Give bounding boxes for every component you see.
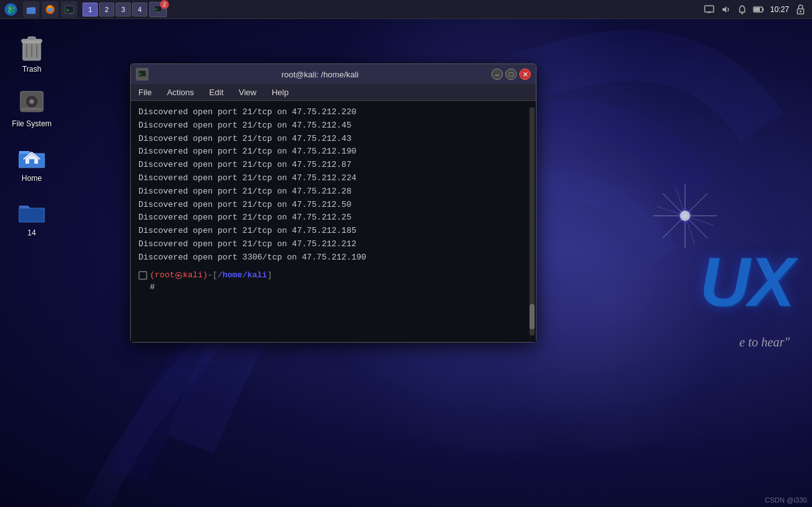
minimize-button[interactable]: – <box>491 69 503 80</box>
folder14-icon[interactable]: 14 <box>6 195 57 237</box>
filesystem-icon[interactable]: File System <box>6 86 57 128</box>
terminal-line: Discovered open port 21/tcp on 47.75.212… <box>138 172 528 185</box>
terminal-prompt: (root㉿kali)-[/home/kali] <box>138 270 528 281</box>
workspace-1[interactable]: 1 <box>83 3 98 16</box>
terminal-output: Discovered open port 21/tcp on 47.75.212… <box>138 106 528 265</box>
svg-point-36 <box>30 100 33 103</box>
volume-icon[interactable] <box>719 3 733 16</box>
svg-rect-41 <box>139 272 147 279</box>
desktop: UX e to hear" 🐉 <box>0 0 812 507</box>
workspace-buttons: 1 2 3 4 <box>82 3 148 16</box>
prompt-dash: - <box>208 270 213 280</box>
terminal-scrollbar-thumb[interactable] <box>529 304 535 329</box>
taskbar-terminal-icon[interactable]: >_ <box>61 1 77 18</box>
desktop-icons: Trash File System <box>6 32 57 237</box>
svg-point-21 <box>741 12 743 14</box>
taskbar-right: 10:27 <box>701 3 812 16</box>
prompt-hash: # <box>150 282 155 292</box>
folder14-label: 14 <box>27 228 36 237</box>
svg-point-8 <box>680 211 690 221</box>
terminal-line: Discovered open port 3306/tcp on 47.75.2… <box>138 251 528 265</box>
svg-point-26 <box>800 10 802 12</box>
lock-icon[interactable] <box>794 3 808 16</box>
prompt-host: kali) <box>183 270 208 280</box>
terminal-badge: 2 <box>160 0 169 9</box>
terminal-line: Discovered open port 21/tcp on 47.75.212… <box>138 159 528 172</box>
svg-text:>_: >_ <box>139 72 145 77</box>
svg-rect-29 <box>28 37 36 41</box>
battery-icon[interactable] <box>752 3 766 16</box>
svg-text:>_: >_ <box>155 7 161 12</box>
terminal-controls: – □ ✕ <box>491 69 531 80</box>
taskbar-terminal-button[interactable]: >_ 2 <box>149 2 167 17</box>
terminal-scrollbar[interactable] <box>529 107 535 336</box>
maximize-button[interactable]: □ <box>505 69 517 80</box>
terminal-line: Discovered open port 21/tcp on 47.75.212… <box>138 145 528 159</box>
menu-edit[interactable]: Edit <box>207 86 226 98</box>
terminal-line: Discovered open port 21/tcp on 47.75.212… <box>138 185 528 199</box>
screen-icon[interactable] <box>702 3 716 16</box>
kali-menu-icon[interactable]: 🐉 <box>2 1 20 18</box>
terminal-window: >_ root@kali: /home/kali – □ ✕ File Acti… <box>130 63 536 343</box>
terminal-line: Discovered open port 21/tcp on 47.75.212… <box>138 106 528 119</box>
clock: 10:27 <box>770 5 789 14</box>
svg-rect-18 <box>705 6 714 12</box>
close-button[interactable]: ✕ <box>519 69 531 80</box>
filesystem-label: File System <box>12 119 52 128</box>
menu-file[interactable]: File <box>136 86 154 98</box>
prompt-path: /home/kali <box>218 270 267 280</box>
prompt-hash-line: # <box>150 282 528 292</box>
svg-rect-24 <box>762 8 764 11</box>
terminal-titlebar: >_ root@kali: /home/kali – □ ✕ <box>131 64 536 84</box>
home-label: Home <box>22 174 42 183</box>
taskbar-files-icon[interactable] <box>23 1 39 18</box>
workspace-2[interactable]: 2 <box>99 3 114 16</box>
svg-rect-37 <box>22 108 42 110</box>
terminal-line: Discovered open port 21/tcp on 47.75.212… <box>138 211 528 225</box>
svg-rect-38 <box>29 159 34 164</box>
taskbar-left: 🐉 >_ <box>0 1 701 18</box>
prompt-user: (root <box>150 270 175 280</box>
trash-label: Trash <box>22 65 41 74</box>
watermark: CSDN @i330. <box>765 496 809 504</box>
svg-text:🐉: 🐉 <box>6 4 16 14</box>
notifications-icon[interactable] <box>735 3 749 16</box>
workspace-3[interactable]: 3 <box>116 3 131 16</box>
taskbar-firefox-icon[interactable] <box>42 1 58 18</box>
kali-tagline: e to hear" <box>740 335 790 350</box>
prompt-bracket-open: [ <box>213 270 218 280</box>
trash-icon[interactable]: Trash <box>6 32 57 74</box>
kali-logo-text: UX <box>700 241 793 322</box>
menu-actions[interactable]: Actions <box>164 86 197 98</box>
terminal-line: Discovered open port 21/tcp on 47.75.212… <box>138 225 528 238</box>
terminal-line: Discovered open port 21/tcp on 47.75.212… <box>138 238 528 251</box>
menu-help[interactable]: Help <box>269 86 291 98</box>
terminal-menubar: File Actions Edit View Help <box>131 84 536 101</box>
menu-view[interactable]: View <box>236 86 259 98</box>
terminal-title-icon: >_ <box>136 68 149 81</box>
svg-text:>_: >_ <box>66 7 73 13</box>
prompt-bracket-close: ] <box>267 270 272 280</box>
terminal-content[interactable]: Discovered open port 21/tcp on 47.75.212… <box>131 101 536 342</box>
terminal-title: root@kali: /home/kali <box>149 70 491 79</box>
terminal-line: Discovered open port 21/tcp on 47.75.212… <box>138 199 528 212</box>
taskbar: 🐉 >_ <box>0 0 812 19</box>
workspace-4[interactable]: 4 <box>132 3 147 16</box>
home-icon[interactable]: Home <box>6 141 57 183</box>
terminal-line: Discovered open port 21/tcp on 47.75.212… <box>138 133 528 146</box>
svg-rect-23 <box>754 8 760 11</box>
kali-logo-area: UX <box>700 241 793 322</box>
prompt-at: ㉿ <box>175 270 183 281</box>
terminal-line: Discovered open port 21/tcp on 47.75.212… <box>138 119 528 133</box>
